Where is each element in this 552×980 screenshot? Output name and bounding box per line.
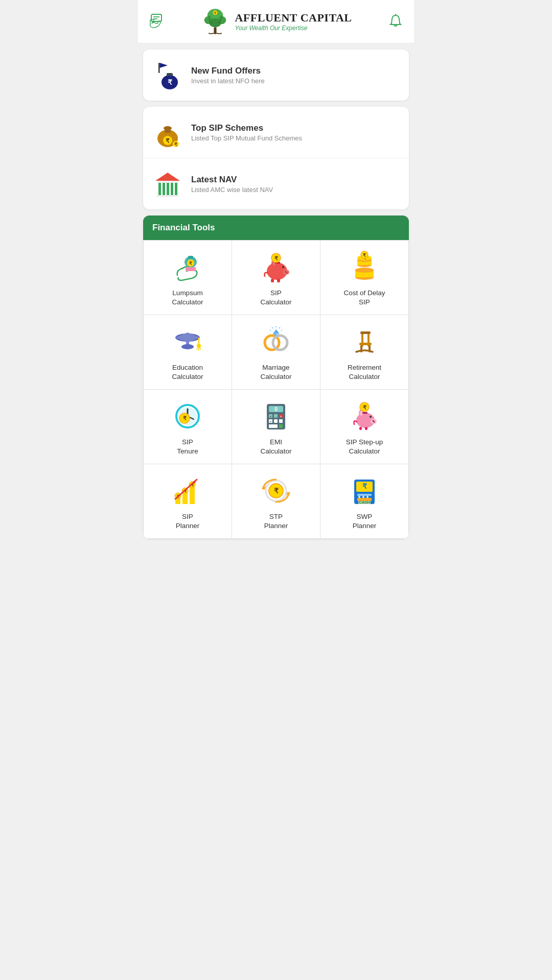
- svg-rect-27: [163, 183, 165, 195]
- sip-tenure-label: SIPTenure: [177, 438, 198, 456]
- svg-text:CASH: CASH: [359, 500, 370, 505]
- svg-rect-29: [171, 183, 173, 195]
- svg-rect-115: [365, 427, 367, 430]
- marriage-icon: [260, 325, 292, 358]
- financial-tools-header: Financial Tools: [143, 216, 409, 240]
- svg-text:0: 0: [274, 407, 278, 412]
- svg-line-74: [279, 327, 280, 328]
- svg-point-40: [286, 272, 288, 274]
- svg-rect-103: [269, 424, 278, 428]
- sip-planner-icon: ₹ ₹ ₹: [171, 474, 204, 507]
- svg-text:₹: ₹: [166, 137, 170, 145]
- nfo-bag-icon: ₹: [151, 59, 184, 91]
- svg-rect-104: [279, 424, 283, 428]
- svg-text:₹: ₹: [183, 415, 187, 421]
- swp-planner-tool[interactable]: ₹ CASH SWPPlanner: [320, 464, 409, 539]
- stp-planner-tool[interactable]: ₹ STPPlanner: [232, 464, 320, 539]
- svg-rect-30: [175, 183, 177, 195]
- logo-tree-icon: ₹: [200, 6, 231, 37]
- education-icon: [171, 325, 204, 358]
- svg-marker-24: [155, 173, 180, 181]
- svg-rect-45: [277, 279, 280, 282]
- svg-rect-101: [274, 419, 278, 423]
- sip-tenure-tool[interactable]: ₹ SIPTenure: [144, 390, 232, 464]
- marriage-label: MarriageCalculator: [261, 363, 292, 381]
- svg-text:₹: ₹: [362, 482, 367, 490]
- retirement-calculator-tool[interactable]: RetirementCalculator: [320, 315, 409, 390]
- education-calculator-tool[interactable]: EducationCalculator: [144, 315, 232, 390]
- svg-point-109: [374, 421, 375, 423]
- svg-rect-80: [360, 331, 371, 334]
- nfo-icon: ₹: [151, 59, 184, 91]
- logo-text: AFFLUENT CAPITAL Your Wealth Our Experti…: [235, 11, 352, 32]
- stp-planner-label: STPPlanner: [264, 512, 288, 530]
- lumpsum-calculator-tool[interactable]: ₹ LumpsumCalculator: [144, 241, 232, 315]
- swp-planner-label: SWPPlanner: [353, 512, 377, 530]
- emi-label: EMICalculator: [261, 438, 292, 456]
- latest-nav-card[interactable]: Latest NAV Listed AMC wise latest NAV: [143, 158, 409, 209]
- tools-grid: ₹ LumpsumCalculator: [143, 240, 409, 539]
- svg-point-139: [362, 496, 364, 498]
- svg-text:₹: ₹: [168, 78, 172, 86]
- marriage-calculator-tool[interactable]: MarriageCalculator: [232, 315, 320, 390]
- svg-text:₹: ₹: [174, 142, 177, 147]
- nfo-text: New Fund Offers Invest in latest NFO her…: [191, 66, 265, 85]
- emi-calculator-tool[interactable]: 0 + - × ÷: [232, 390, 320, 464]
- emi-icon: 0 + - × ÷: [260, 400, 292, 433]
- svg-point-51: [355, 268, 374, 273]
- logo-title: AFFLUENT CAPITAL: [235, 11, 352, 25]
- phone-chat-icon: [147, 12, 166, 31]
- svg-point-41: [282, 266, 284, 268]
- logo-subtitle: Your Wealth Our Expertise: [235, 25, 352, 32]
- svg-rect-0: [151, 14, 162, 21]
- svg-point-138: [358, 496, 360, 498]
- svg-text:₹: ₹: [274, 255, 278, 261]
- swp-planner-icon: ₹ CASH: [348, 474, 381, 507]
- app-header: ₹ AFFLUENT CAPITAL Your Wealth Our Exper…: [138, 0, 414, 43]
- bell-icon: [387, 13, 404, 30]
- svg-rect-33: [188, 256, 193, 258]
- svg-rect-36: [186, 267, 196, 271]
- cost-delay-icon: ₹ ₹: [348, 251, 381, 283]
- lumpsum-label: LumpsumCalculator: [172, 289, 203, 306]
- sip-stepup-label: SIP Step-upCalculator: [346, 438, 383, 456]
- svg-text:₹: ₹: [189, 261, 192, 266]
- sip-schemes-card[interactable]: ₹ ₹ Top SIP Schemes Listed Top SIP Mutua…: [143, 107, 409, 158]
- svg-rect-136: [357, 494, 372, 496]
- svg-rect-102: [279, 419, 283, 423]
- education-label: EducationCalculator: [172, 363, 203, 381]
- svg-point-62: [181, 344, 194, 349]
- svg-rect-44: [271, 279, 274, 282]
- stp-planner-icon: ₹: [260, 474, 292, 507]
- sip-calculator-tool[interactable]: ₹ SIPCalculator: [232, 241, 320, 315]
- svg-text:×: ×: [280, 414, 282, 419]
- sip-planner-tool[interactable]: ₹ ₹ ₹ SIPPlanner: [144, 464, 232, 539]
- latest-nav-title: Latest NAV: [191, 175, 273, 185]
- svg-text:+: +: [269, 414, 272, 419]
- phone-chat-button[interactable]: [147, 12, 166, 31]
- svg-rect-81: [359, 343, 372, 345]
- sip-stepup-tool[interactable]: ₹ SIP Step-upCalculator: [320, 390, 409, 464]
- nfo-card[interactable]: ₹ New Fund Offers Invest in latest NFO h…: [143, 50, 409, 101]
- bell-button[interactable]: [386, 12, 405, 31]
- svg-rect-28: [167, 183, 169, 195]
- nfo-card-section: ₹ New Fund Offers Invest in latest NFO h…: [143, 50, 409, 101]
- sip-nav-card-section: ₹ ₹ Top SIP Schemes Listed Top SIP Mutua…: [143, 107, 409, 209]
- sip-schemes-text: Top SIP Schemes Listed Top SIP Mutual Fu…: [191, 123, 302, 142]
- svg-rect-26: [158, 183, 161, 195]
- building-icon: [151, 168, 184, 200]
- logo: ₹ AFFLUENT CAPITAL Your Wealth Our Exper…: [200, 6, 352, 37]
- svg-point-19: [164, 126, 172, 130]
- cost-of-delay-sip-tool[interactable]: ₹ ₹ Cost of DelaySIP: [320, 241, 409, 315]
- financial-tools-title: Financial Tools: [152, 223, 215, 232]
- svg-rect-124: [190, 486, 195, 504]
- retirement-icon: [348, 325, 381, 358]
- sip-schemes-title: Top SIP Schemes: [191, 123, 302, 133]
- svg-rect-113: [362, 412, 367, 414]
- latest-nav-desc: Listed AMC wise latest NAV: [191, 186, 273, 194]
- svg-rect-25: [157, 181, 178, 183]
- sip-calc-label: SIPCalculator: [261, 289, 292, 306]
- svg-rect-4: [214, 27, 217, 34]
- nfo-title: New Fund Offers: [191, 66, 265, 76]
- sip-tenure-icon: ₹: [171, 400, 204, 433]
